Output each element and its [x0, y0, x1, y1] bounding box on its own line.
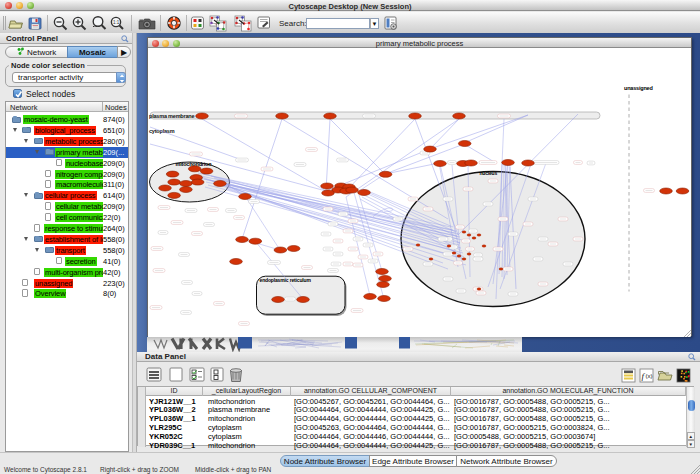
svg-text:plasma membrane: plasma membrane [149, 112, 194, 118]
svg-text:nucleus: nucleus [480, 170, 498, 176]
svg-text:1:1: 1:1 [113, 20, 120, 25]
svg-text:unassigned: unassigned [624, 85, 653, 91]
svg-text:(x): (x) [646, 373, 653, 379]
